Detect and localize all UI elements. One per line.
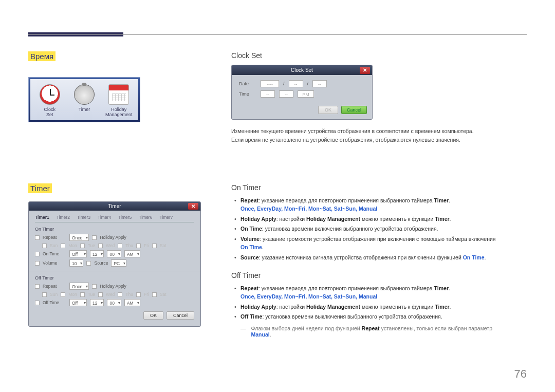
time-ampm[interactable]: PM	[298, 90, 314, 98]
day-thu-off: Thu	[125, 292, 133, 297]
day-chk[interactable]	[80, 292, 85, 297]
t: .	[270, 331, 271, 338]
clock-set-section: Clock Set Clock Set ✕ Date ---- / -- / -…	[231, 51, 527, 144]
repeat-select-off[interactable]: Once	[69, 283, 89, 290]
day-chk[interactable]	[42, 292, 47, 297]
close-icon[interactable]: ✕	[188, 203, 198, 210]
on-timer-b4: Volume: указание громкости устройства от…	[240, 235, 527, 252]
timer-dialog-body: Timer1 Timer2 Timer3 Timer4 Timer5 Timer…	[29, 211, 200, 324]
holiday-icon-btn[interactable]: Holiday Management	[103, 84, 134, 117]
off-time-h[interactable]: 12	[90, 299, 104, 306]
day-chk[interactable]	[61, 244, 65, 248]
holiday-apply-label: Holiday Apply	[100, 235, 126, 240]
ok-button[interactable]: OK	[143, 311, 163, 320]
day-sun-off: Sun	[50, 292, 58, 297]
cancel-button[interactable]: Cancel	[341, 106, 367, 114]
day-chk[interactable]	[136, 292, 141, 297]
clock-set-footer: OK Cancel	[232, 106, 372, 119]
off-time-m[interactable]: 00	[107, 299, 121, 306]
time-icons-screenshot: Clock Set Timer Holiday Management	[28, 77, 140, 122]
t: : указание громкости устройства отображе…	[260, 236, 495, 242]
repeat-select[interactable]: Once	[69, 234, 89, 241]
repeat-checkbox[interactable]	[35, 235, 40, 240]
calendar-icon	[108, 84, 129, 105]
tab-timer6[interactable]: Timer6	[139, 215, 152, 220]
cancel-button[interactable]: Cancel	[166, 311, 194, 320]
volume-row: Volume 10 Source PC	[35, 259, 194, 267]
day-chk[interactable]	[152, 244, 157, 248]
off-time-ampm[interactable]: AM	[124, 299, 140, 306]
term-volume: Volume	[240, 236, 260, 242]
term-holiday-apply: Holiday Apply	[240, 216, 276, 222]
repeat-options: Once, EveryDay, Mon~Fri, Mon~Sat, Sat~Su…	[240, 293, 377, 300]
timer-label: Timer	[69, 107, 100, 112]
on-timer-b2: Holiday Apply: настройки Holiday Managem…	[240, 215, 527, 223]
day-tue-off: Tue	[88, 292, 95, 297]
term-source: Source	[240, 254, 259, 260]
term-off-time: Off Time	[240, 313, 262, 320]
on-time-ampm[interactable]: AM	[124, 250, 140, 257]
date-year[interactable]: ----	[261, 80, 279, 87]
off-time-checkbox[interactable]	[35, 301, 40, 305]
clock-set-icon-btn[interactable]: Clock Set	[34, 84, 65, 117]
source-value[interactable]: PC	[111, 259, 126, 267]
term-repeat: Repeat	[240, 285, 258, 291]
t: : указание периода для повторного примен…	[258, 285, 434, 291]
repeat-label: Repeat	[43, 235, 66, 240]
divider	[29, 271, 200, 271]
clock-set-desc2: Если время не установлено на устройстве …	[231, 136, 527, 144]
day-chk[interactable]	[42, 244, 47, 248]
on-timer-b3: On Time: установка времени включения выб…	[240, 225, 527, 233]
day-chk[interactable]	[98, 292, 103, 297]
tab-timer2[interactable]: Timer2	[57, 215, 70, 220]
date-month[interactable]: --	[289, 80, 303, 87]
on-timer-heading: On Timer	[231, 183, 527, 192]
volume-label: Volume	[43, 260, 66, 266]
day-chk[interactable]	[152, 292, 157, 297]
on-timer-b1: Repeat: указание периода для повторного …	[240, 197, 527, 213]
t: Флажки выбора дней недели под функцией	[251, 325, 362, 331]
on-time-state[interactable]: Off	[69, 250, 87, 257]
days-row-on: Sun Mon Tue Wed Thu Fri Sat	[35, 243, 194, 248]
timer-icon-btn[interactable]: Timer	[69, 84, 100, 117]
off-timer-section-label: Off Timer	[35, 275, 194, 281]
volume-value[interactable]: 10	[69, 259, 83, 267]
time-m[interactable]: --	[279, 90, 293, 98]
t: : указание периода для повторного примен…	[258, 197, 434, 203]
clock-set-dialog-title: Clock Set ✕	[232, 65, 372, 75]
off-timer-b2: Holiday Apply: настройки Holiday Managem…	[240, 303, 527, 311]
tab-timer5[interactable]: Timer5	[118, 215, 132, 220]
source-checkbox[interactable]	[86, 261, 91, 266]
on-time-h[interactable]: 12	[90, 250, 104, 257]
on-timer-section-label: On Timer	[35, 227, 194, 232]
term-timer: Timer	[435, 304, 449, 310]
tab-timer3[interactable]: Timer3	[77, 215, 90, 220]
close-icon[interactable]: ✕	[360, 67, 370, 74]
note-body: Флажки выбора дней недели под функцией R…	[251, 325, 493, 338]
day-chk[interactable]	[118, 292, 122, 297]
day-chk[interactable]	[118, 244, 122, 248]
t: : указание источника сигнала устройства …	[259, 254, 463, 260]
day-chk[interactable]	[136, 244, 141, 248]
ok-button[interactable]: OK	[318, 106, 338, 114]
tab-timer1[interactable]: Timer1	[35, 215, 49, 220]
day-chk[interactable]	[80, 244, 85, 248]
date-day[interactable]: --	[312, 80, 327, 87]
day-chk[interactable]	[98, 244, 103, 248]
day-sun: Sun	[50, 243, 58, 248]
on-time-checkbox[interactable]	[35, 252, 40, 256]
day-chk[interactable]	[61, 292, 65, 297]
off-time-state[interactable]: Off	[69, 299, 87, 306]
tab-timer7[interactable]: Timer7	[159, 215, 173, 220]
clock-set-dialog-screenshot: Clock Set ✕ Date ---- / -- / -- Time -- …	[231, 65, 373, 120]
holiday-apply-checkbox-off[interactable]	[92, 284, 97, 289]
t: : установка времени включения выбранного…	[262, 226, 438, 232]
repeat-checkbox-off[interactable]	[35, 284, 40, 289]
time-h[interactable]: --	[261, 90, 275, 98]
holiday-apply-checkbox[interactable]	[92, 235, 97, 240]
holiday-label: Holiday Management	[103, 107, 134, 117]
on-time-m[interactable]: 00	[107, 250, 121, 257]
tab-timer4[interactable]: Timer4	[98, 215, 111, 220]
volume-checkbox[interactable]	[35, 261, 40, 266]
timer-tabs: Timer1 Timer2 Timer3 Timer4 Timer5 Timer…	[35, 215, 194, 222]
